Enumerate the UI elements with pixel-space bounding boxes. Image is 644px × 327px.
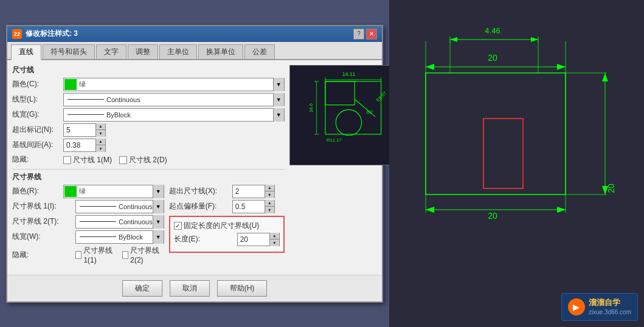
- dim1-checkbox-label[interactable]: 尺寸线 1(M): [63, 155, 112, 165]
- dim1-label: 尺寸线 1(M): [73, 155, 112, 165]
- ext2-hide-label[interactable]: 尺寸界线 2(2): [122, 246, 164, 264]
- dialog-title: 修改标注样式: 3: [26, 29, 78, 39]
- fixed-checkbox[interactable]: [174, 222, 182, 230]
- tab-symbol-arrow[interactable]: 符号和箭头: [43, 44, 95, 59]
- color-dropdown-arrow[interactable]: ▼: [273, 78, 284, 91]
- beyond-down[interactable]: ▼: [265, 191, 274, 198]
- ext-lw-text: ByBlock: [76, 233, 153, 241]
- extend-input[interactable]: 5 ▲ ▼: [63, 123, 106, 137]
- svg-text:20: 20: [488, 211, 497, 221]
- main-dialog: 22 修改标注样式: 3 ? ✕ 直线 符号和箭头 文字 调整 主单位 换算单位…: [6, 25, 383, 303]
- dim-lines-title: 尺寸线: [12, 65, 285, 75]
- length-down[interactable]: ▼: [270, 239, 279, 246]
- ext-hide-label: 隐藏:: [12, 250, 73, 260]
- dialog-area: 22 修改标注样式: 3 ? ✕ 直线 符号和箭头 文字 调整 主单位 换算单位…: [0, 0, 389, 327]
- beyond-label: 超出尺寸线(X):: [169, 186, 230, 196]
- lineweight-text: ByBlock: [64, 111, 273, 119]
- separator: [12, 169, 285, 170]
- close-button[interactable]: ✕: [366, 29, 377, 40]
- svg-text:60°: 60°: [366, 109, 373, 115]
- ext2-row: 尺寸界线 2(T): Continuous ▼: [12, 215, 164, 229]
- cad-svg: 4.46 20 20 20: [389, 0, 644, 327]
- ext-lw-select[interactable]: ByBlock ▼: [75, 230, 164, 244]
- tab-tolerance[interactable]: 公差: [244, 44, 275, 59]
- offset-label: 起点偏移量(F):: [169, 201, 230, 212]
- tab-zhixian[interactable]: 直线: [11, 44, 41, 60]
- watermark-main: 溜溜自学: [589, 297, 631, 308]
- baseline-row: 基线间距(A): 0.38 ▲ ▼: [12, 139, 285, 152]
- ext1-hide-label[interactable]: 尺寸界线 1(1): [75, 246, 117, 264]
- baseline-value: 0.38: [64, 141, 95, 150]
- lineweight-select[interactable]: ByBlock ▼: [63, 108, 285, 122]
- tab-text[interactable]: 文字: [96, 44, 126, 59]
- offset-value: 0.5: [233, 202, 265, 211]
- offset-down[interactable]: ▼: [265, 207, 274, 213]
- ext-lw-arrow[interactable]: ▼: [153, 230, 164, 244]
- beyond-input[interactable]: 2 ▲ ▼: [232, 185, 275, 198]
- length-label: 长度(E):: [174, 234, 235, 244]
- dialog-footer: 确定 取消 帮助(H): [7, 275, 382, 301]
- tab-primary[interactable]: 主单位: [159, 44, 197, 59]
- tab-bar: 直线 符号和箭头 文字 调整 主单位 换算单位 公差: [7, 42, 382, 60]
- color-select[interactable]: 绿 ▼: [63, 78, 285, 91]
- cancel-button[interactable]: 取消: [170, 280, 210, 297]
- ext-color-row: 颜色(R): 绿 ▼: [12, 185, 164, 198]
- length-up[interactable]: ▲: [270, 233, 279, 240]
- ext-color-arrow[interactable]: ▼: [153, 185, 164, 198]
- linetype-label: 线型(L):: [12, 94, 61, 105]
- baseline-down[interactable]: ▼: [96, 145, 105, 152]
- ext-lw-dash: [80, 236, 116, 237]
- beyond-up[interactable]: ▲: [265, 185, 274, 192]
- linetype-row: 线型(L): Continuous ▼: [12, 93, 285, 106]
- linetype-dropdown-arrow[interactable]: ▼: [273, 93, 284, 106]
- app-icon: 22: [12, 29, 22, 39]
- watermark-text: 溜溜自学 zixue.3d66.com: [589, 297, 631, 317]
- ext1-dash: [80, 206, 116, 207]
- ext1-select[interactable]: Continuous ▼: [75, 200, 164, 213]
- hide-label: 隐藏:: [12, 154, 61, 165]
- extend-up[interactable]: ▲: [96, 123, 105, 131]
- help-button[interactable]: ?: [353, 29, 364, 40]
- ext2-hide-checkbox[interactable]: [122, 251, 128, 259]
- titlebar-left: 22 修改标注样式: 3: [12, 29, 78, 39]
- ext-color-select[interactable]: 绿 ▼: [63, 185, 164, 198]
- svg-text:16.6: 16.6: [308, 103, 313, 112]
- help-btn[interactable]: 帮助(H): [217, 280, 268, 297]
- ext-lw-row: 线宽(W): ByBlock ▼: [12, 230, 164, 244]
- fixed-checkbox-label[interactable]: 固定长度的尺寸界线(U): [174, 221, 260, 231]
- lineweight-dropdown-arrow[interactable]: ▼: [273, 108, 284, 122]
- hide-checkboxes: 尺寸线 1(M) 尺寸线 2(D): [63, 155, 167, 165]
- ext2-arrow[interactable]: ▼: [153, 215, 164, 229]
- dialog-content: 尺寸线 颜色(C): 绿 ▼ 线型(L):: [7, 60, 382, 275]
- extend-label: 超出标记(N):: [12, 125, 61, 135]
- offset-up[interactable]: ▲: [265, 200, 274, 207]
- dim1-checkbox[interactable]: [63, 156, 71, 164]
- beyond-row: 超出尺寸线(X): 2 ▲ ▼: [169, 185, 285, 198]
- baseline-input[interactable]: 0.38 ▲ ▼: [63, 139, 106, 152]
- baseline-up[interactable]: ▲: [96, 139, 105, 146]
- ext1-hide-checkbox[interactable]: [75, 251, 81, 259]
- length-input[interactable]: 20 ▲ ▼: [237, 233, 280, 246]
- offset-input[interactable]: 0.5 ▲ ▼: [232, 200, 275, 213]
- baseline-label: 基线间距(A):: [12, 140, 61, 150]
- ext1-label: 尺寸界线 1(I):: [12, 201, 73, 212]
- bottom-left: 颜色(R): 绿 ▼ 尺寸界线 1(I):: [12, 185, 164, 266]
- left-panel: 尺寸线 颜色(C): 绿 ▼ 线型(L):: [12, 65, 285, 270]
- length-row: 长度(E): 20 ▲ ▼: [174, 233, 280, 246]
- extend-down[interactable]: ▼: [96, 130, 105, 137]
- ext1-text: Continuous: [76, 203, 153, 210]
- color-text: 绿: [77, 80, 273, 89]
- ext2-select[interactable]: Continuous ▼: [75, 215, 164, 229]
- dimension-lines-section: 尺寸线 颜色(C): 绿 ▼ 线型(L):: [12, 65, 285, 165]
- ok-button[interactable]: 确定: [122, 280, 162, 297]
- bottom-right: 超出尺寸线(X): 2 ▲ ▼: [169, 185, 285, 266]
- dim2-checkbox-label[interactable]: 尺寸线 2(D): [119, 155, 167, 165]
- tab-adjust[interactable]: 调整: [128, 44, 158, 59]
- linetype-select[interactable]: Continuous ▼: [63, 93, 285, 106]
- length-value: 20: [238, 235, 269, 244]
- ext1-arrow[interactable]: ▼: [153, 200, 164, 213]
- watermark-icon: ▶: [568, 298, 585, 315]
- dim2-checkbox[interactable]: [119, 156, 127, 164]
- tab-alternate[interactable]: 换算单位: [198, 44, 243, 59]
- ext-hide-row: 隐藏: 尺寸界线 1(1) 尺寸界线 2(2): [12, 246, 164, 264]
